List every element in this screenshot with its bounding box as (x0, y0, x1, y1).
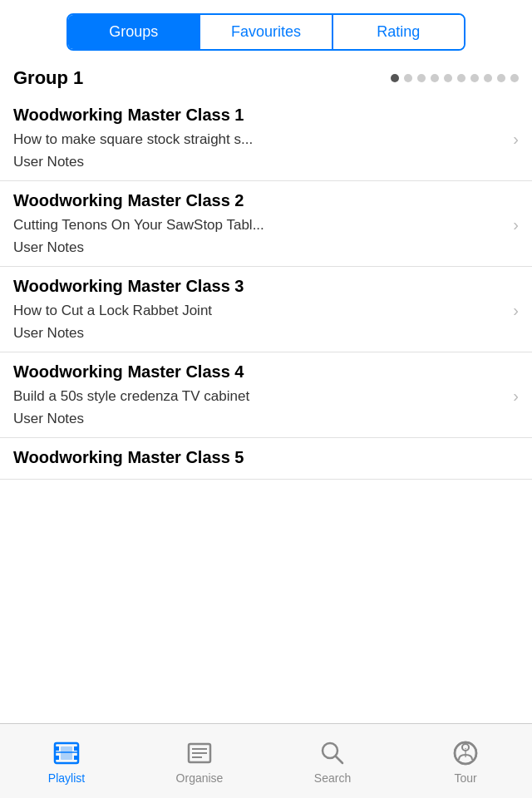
dot-7 (470, 74, 479, 82)
svg-text:i: i (464, 746, 466, 760)
dot-9 (497, 74, 505, 82)
main-content: Groups Favourites Rating Group 1 Woodwor… (0, 0, 532, 723)
item-subtitle: How to Cut a Lock Rabbet Joint (13, 303, 506, 319)
search-icon (318, 738, 347, 768)
tab-tour[interactable]: i Tour (399, 724, 532, 798)
chevron-icon: › (513, 215, 519, 234)
dot-2 (404, 74, 412, 82)
item-notes: User Notes (13, 152, 519, 174)
list-item: Woodworking Master Class 2 Cutting Tenon… (0, 181, 532, 267)
dot-10 (510, 74, 519, 82)
svg-rect-2 (55, 756, 59, 760)
svg-line-12 (336, 756, 342, 763)
item-subtitle: Cutting Tenons On Your SawStop Tabl... (13, 217, 506, 234)
tour-icon: i (451, 738, 480, 768)
chevron-icon: › (513, 301, 519, 320)
tab-bar: Playlist Organise Search i (0, 723, 532, 798)
favourites-tab[interactable]: Favourites (200, 15, 332, 49)
item-subtitle-row[interactable]: How to Cut a Lock Rabbet Joint › (13, 301, 519, 323)
tab-organise-label: Organise (176, 771, 224, 785)
group-title: Group 1 (13, 67, 83, 89)
list-item: Woodworking Master Class 4 Build a 50s s… (0, 352, 532, 438)
item-title: Woodworking Master Class 1 (13, 106, 519, 125)
item-notes: User Notes (13, 323, 519, 345)
list-item: Woodworking Master Class 5 (0, 438, 532, 480)
item-subtitle-row[interactable]: Build a 50s style credenza TV cabinet › (13, 387, 519, 409)
segmented-control: Groups Favourites Rating (66, 13, 466, 51)
item-title: Woodworking Master Class 3 (13, 277, 519, 296)
dot-4 (431, 74, 439, 82)
item-title: Woodworking Master Class 2 (13, 191, 519, 210)
svg-rect-5 (61, 746, 72, 760)
item-subtitle-row[interactable]: Cutting Tenons On Your SawStop Tabl... › (13, 215, 519, 238)
item-subtitle: Build a 50s style credenza TV cabinet (13, 388, 506, 405)
svg-rect-3 (74, 746, 78, 751)
dot-3 (417, 74, 426, 82)
chevron-icon: › (513, 387, 519, 406)
tab-playlist-label: Playlist (48, 771, 85, 785)
item-notes: User Notes (13, 409, 519, 431)
dot-1 (391, 74, 399, 82)
tab-playlist[interactable]: Playlist (0, 724, 133, 798)
tab-search-label: Search (314, 771, 351, 785)
tab-organise[interactable]: Organise (133, 724, 266, 798)
organise-icon (185, 738, 214, 768)
group-header: Group 1 (0, 61, 532, 96)
list-item: Woodworking Master Class 3 How to Cut a … (0, 267, 532, 352)
item-subtitle-row[interactable]: How to make square stock straight s... › (13, 130, 519, 152)
dot-8 (484, 74, 492, 82)
groups-tab[interactable]: Groups (68, 15, 200, 49)
item-subtitle: How to make square stock straight s... (13, 131, 506, 148)
dot-5 (444, 74, 452, 82)
item-title: Woodworking Master Class 4 (13, 362, 519, 382)
chevron-icon: › (513, 130, 519, 149)
item-notes: User Notes (13, 238, 519, 259)
playlist-icon (52, 738, 81, 768)
tab-search[interactable]: Search (266, 724, 399, 798)
dot-6 (457, 74, 466, 82)
item-title: Woodworking Master Class 5 (13, 448, 519, 467)
svg-rect-4 (74, 756, 78, 760)
list-item: Woodworking Master Class 1 How to make s… (0, 96, 532, 181)
course-list: Woodworking Master Class 1 How to make s… (0, 96, 532, 480)
tab-tour-label: Tour (454, 771, 476, 785)
rating-tab[interactable]: Rating (333, 15, 464, 49)
svg-rect-1 (55, 746, 59, 751)
dot-container (391, 74, 519, 82)
